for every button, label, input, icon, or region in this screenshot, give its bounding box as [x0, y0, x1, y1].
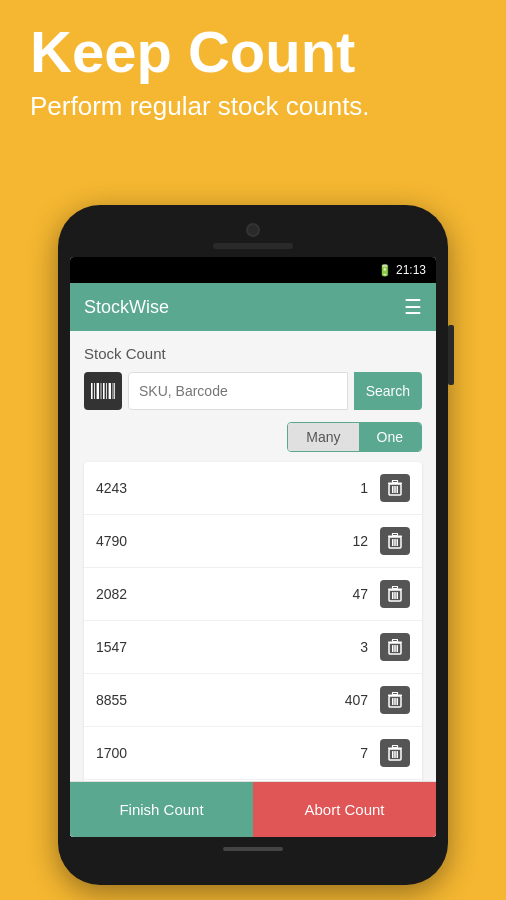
finish-count-button[interactable]: Finish Count: [70, 782, 253, 837]
svg-rect-17: [394, 539, 396, 546]
phone-wrapper: 🔋 21:13 StockWise ☰ Stock Count: [58, 205, 448, 885]
svg-rect-6: [109, 383, 111, 399]
svg-rect-5: [106, 383, 107, 399]
svg-rect-3: [101, 383, 102, 399]
svg-rect-8: [114, 383, 115, 399]
table-row: 4790 12: [84, 515, 422, 568]
stock-sku: 4790: [96, 533, 338, 549]
svg-rect-44: [393, 746, 398, 748]
status-time: 21:13: [396, 263, 426, 277]
stock-list: 4243 1 4790 12: [84, 462, 422, 832]
phone-screen: 🔋 21:13 StockWise ☰ Stock Count: [70, 257, 436, 837]
svg-rect-41: [394, 751, 396, 758]
svg-rect-10: [392, 486, 394, 493]
hamburger-menu-icon[interactable]: ☰: [404, 295, 422, 319]
barcode-icon: [91, 382, 115, 400]
search-button[interactable]: Search: [354, 372, 422, 410]
home-bar: [223, 847, 283, 851]
svg-rect-23: [394, 592, 396, 599]
app-bar: StockWise ☰: [70, 283, 436, 331]
toggle-one[interactable]: One: [359, 423, 421, 451]
svg-rect-14: [393, 481, 398, 483]
phone-body: 🔋 21:13 StockWise ☰ Stock Count: [58, 205, 448, 885]
table-row: 1547 3: [84, 621, 422, 674]
search-row: Search: [84, 372, 422, 410]
svg-rect-26: [393, 587, 398, 589]
table-row: 8855 407: [84, 674, 422, 727]
count-mode-toggle: Many One: [287, 422, 422, 452]
table-row: 1700 7: [84, 727, 422, 780]
stock-sku: 4243: [96, 480, 338, 496]
svg-rect-12: [397, 486, 399, 493]
trash-icon: [388, 745, 402, 761]
svg-rect-11: [394, 486, 396, 493]
search-input[interactable]: [128, 372, 348, 410]
delete-item-button[interactable]: [380, 686, 410, 714]
svg-rect-35: [394, 698, 396, 705]
svg-rect-34: [392, 698, 394, 705]
trash-icon: [388, 533, 402, 549]
stock-count: 7: [338, 745, 368, 761]
stock-count: 47: [338, 586, 368, 602]
battery-icon: 🔋: [378, 264, 392, 277]
stock-sku: 1547: [96, 639, 338, 655]
svg-rect-36: [397, 698, 399, 705]
delete-item-button[interactable]: [380, 580, 410, 608]
stock-count: 1: [338, 480, 368, 496]
stock-sku: 1700: [96, 745, 338, 761]
table-row: 4243 1: [84, 462, 422, 515]
trash-icon: [388, 692, 402, 708]
status-bar: 🔋 21:13: [70, 257, 436, 283]
svg-rect-0: [91, 383, 93, 399]
svg-rect-40: [392, 751, 394, 758]
svg-rect-22: [392, 592, 394, 599]
delete-item-button[interactable]: [380, 633, 410, 661]
bg-title: Keep Count: [30, 20, 476, 84]
toggle-row: Many One: [84, 422, 422, 452]
barcode-scan-button[interactable]: [84, 372, 122, 410]
app-title: StockWise: [84, 297, 169, 318]
svg-rect-4: [103, 383, 105, 399]
content-area: Stock Count: [70, 331, 436, 837]
delete-item-button[interactable]: [380, 474, 410, 502]
abort-count-button[interactable]: Abort Count: [253, 782, 436, 837]
bottom-buttons: Finish Count Abort Count: [70, 781, 436, 837]
section-title: Stock Count: [84, 345, 422, 362]
svg-rect-7: [113, 383, 114, 399]
svg-rect-18: [397, 539, 399, 546]
background-text: Keep Count Perform regular stock counts.: [30, 20, 476, 124]
svg-rect-42: [397, 751, 399, 758]
power-button: [448, 325, 454, 385]
speaker: [213, 243, 293, 249]
stock-count: 3: [338, 639, 368, 655]
svg-rect-28: [392, 645, 394, 652]
delete-item-button[interactable]: [380, 739, 410, 767]
svg-rect-1: [94, 383, 95, 399]
toggle-many[interactable]: Many: [288, 423, 358, 451]
front-camera: [246, 223, 260, 237]
stock-sku: 8855: [96, 692, 338, 708]
stock-count: 12: [338, 533, 368, 549]
svg-rect-29: [394, 645, 396, 652]
stock-sku: 2082: [96, 586, 338, 602]
bg-subtitle: Perform regular stock counts.: [30, 90, 476, 124]
svg-rect-32: [393, 640, 398, 642]
svg-rect-24: [397, 592, 399, 599]
svg-rect-20: [393, 534, 398, 536]
trash-icon: [388, 586, 402, 602]
table-row: 2082 47: [84, 568, 422, 621]
svg-rect-38: [393, 693, 398, 695]
trash-icon: [388, 480, 402, 496]
stock-count: 407: [338, 692, 368, 708]
svg-rect-2: [97, 383, 99, 399]
trash-icon: [388, 639, 402, 655]
svg-rect-16: [392, 539, 394, 546]
svg-rect-30: [397, 645, 399, 652]
delete-item-button[interactable]: [380, 527, 410, 555]
